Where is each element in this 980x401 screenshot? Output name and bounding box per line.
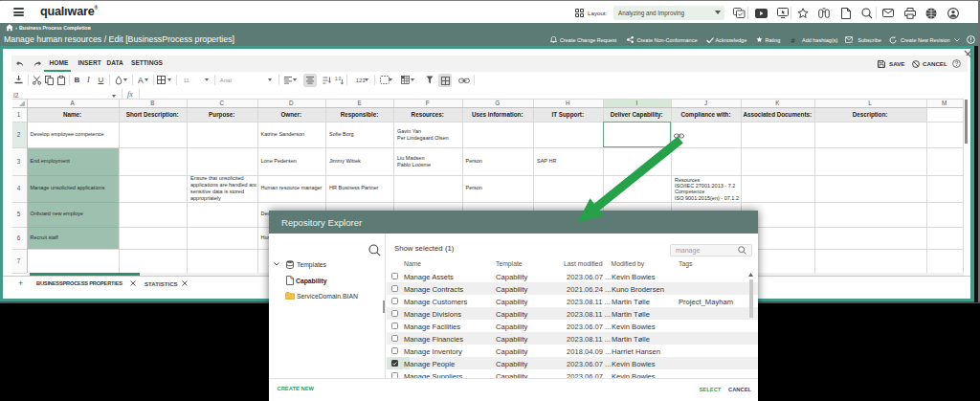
svg-text:1.0: 1.0 [335,77,342,81]
